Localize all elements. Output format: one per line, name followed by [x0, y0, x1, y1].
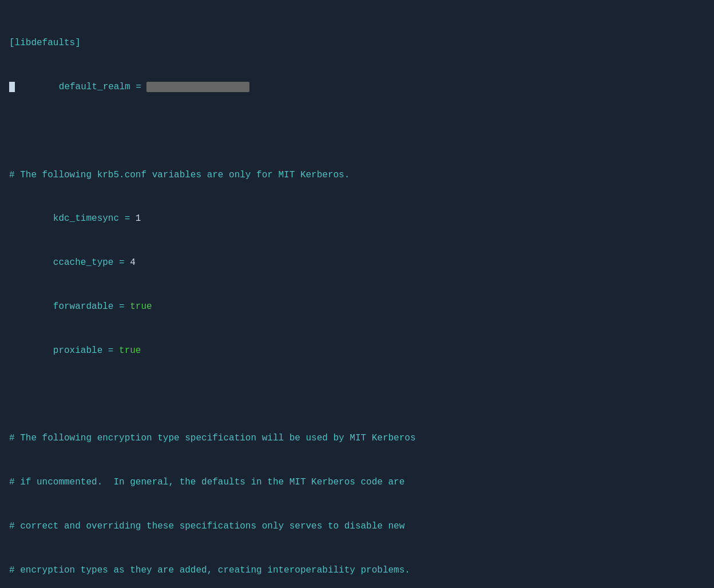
ccache-type-key: ccache_type =	[9, 257, 130, 268]
code-editor: [libdefaults] default_realm = # The foll…	[9, 7, 705, 588]
comment-krb5-vars: # The following krb5.conf variables are …	[9, 170, 350, 180]
proxiable-value: true	[119, 345, 141, 356]
line-10: # The following encryption type specific…	[9, 431, 705, 446]
line-6: ccache_type = 4	[9, 256, 705, 271]
forwardable-value: true	[130, 301, 152, 312]
kdc-timesync-key: kdc_timesync =	[9, 213, 136, 224]
forwardable-key: forwardable =	[9, 301, 130, 312]
comment-encryption-2: # if uncommented. In general, the defaul…	[9, 477, 404, 487]
redacted-realm-value	[146, 82, 249, 92]
default-realm-key: default_realm =	[15, 82, 146, 92]
line-8: proxiable = true	[9, 344, 705, 359]
line-11: # if uncommented. In general, the defaul…	[9, 475, 705, 490]
line-4: # The following krb5.conf variables are …	[9, 168, 705, 183]
line-2: default_realm =	[9, 80, 705, 95]
line-12: # correct and overriding these specifica…	[9, 519, 705, 534]
ccache-type-value: 4	[130, 257, 136, 268]
line-1: [libdefaults]	[9, 36, 705, 51]
line-3	[9, 124, 705, 139]
comment-encryption-3: # correct and overriding these specifica…	[9, 521, 404, 531]
line-7: forwardable = true	[9, 300, 705, 315]
comment-encryption-4: # encryption types as they are added, cr…	[9, 565, 410, 575]
section-header-libdefaults: [libdefaults]	[9, 38, 81, 48]
line-13: # encryption types as they are added, cr…	[9, 563, 705, 578]
line-9	[9, 387, 705, 402]
line-5: kdc_timesync = 1	[9, 212, 705, 227]
proxiable-key: proxiable =	[9, 345, 119, 356]
kdc-timesync-value: 1	[136, 213, 141, 224]
text-cursor	[9, 82, 15, 92]
comment-encryption-1: # The following encryption type specific…	[9, 433, 416, 443]
